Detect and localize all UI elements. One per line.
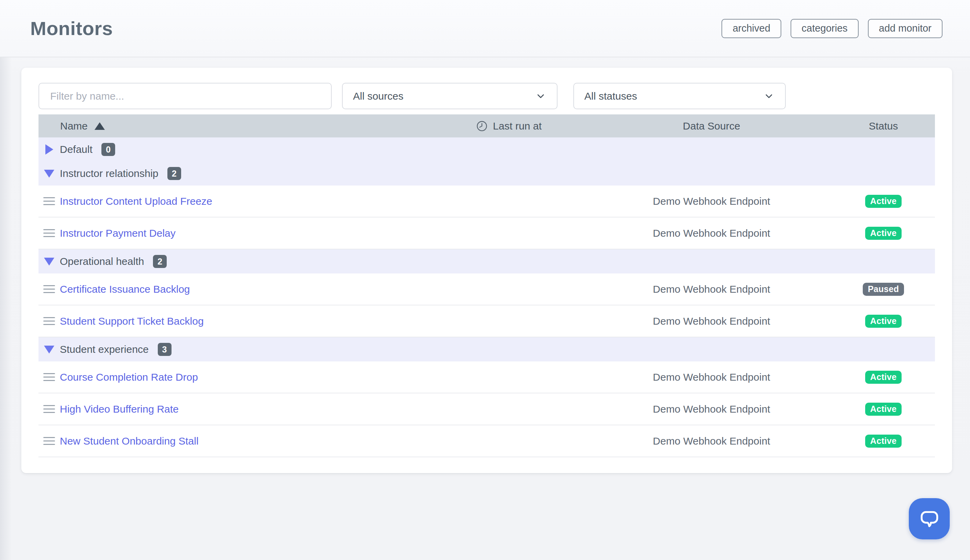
group-count-badge: 2 [167, 167, 181, 180]
column-header-name[interactable]: Name [38, 120, 426, 132]
status-badge: Active [865, 403, 902, 416]
source-filter-select[interactable]: All sources [342, 83, 558, 109]
group-name: Student experience [60, 343, 149, 355]
group-name-cell: Instructor relationship 2 [38, 167, 426, 180]
chevron-down-icon [535, 90, 546, 102]
monitor-name-link[interactable]: Course Completion Rate Drop [60, 372, 198, 383]
group-name: Operational health [60, 256, 144, 267]
monitor-data-source-cell: Demo Webhook Endpoint [591, 435, 832, 447]
monitor-status-cell: Active [832, 315, 935, 328]
status-filter-value: All statuses [584, 90, 637, 102]
caret-right-icon [45, 144, 53, 155]
monitor-status-cell: Active [832, 227, 935, 240]
drag-handle-icon[interactable] [43, 197, 55, 205]
monitor-data-source-cell: Demo Webhook Endpoint [591, 195, 832, 207]
column-label-name: Name [60, 120, 88, 132]
monitors-card: All sources All statuses Name Last [21, 68, 952, 473]
page-title: Monitors [30, 17, 113, 40]
monitor-row: Student Support Ticket Backlog Demo Webh… [38, 305, 935, 337]
status-badge: Active [865, 315, 902, 328]
categories-button[interactable]: categories [791, 19, 859, 38]
monitor-data-source-cell: Demo Webhook Endpoint [591, 315, 832, 327]
monitor-name-link[interactable]: New Student Onboarding Stall [60, 435, 199, 447]
monitor-name-cell: Instructor Content Upload Freeze [38, 195, 426, 207]
monitor-name-cell: Certificate Issuance Backlog [38, 283, 426, 295]
caret-down-icon [44, 170, 54, 178]
monitor-name-link[interactable]: Certificate Issuance Backlog [60, 283, 190, 295]
status-badge: Active [865, 227, 902, 240]
drag-handle-icon[interactable] [43, 285, 55, 293]
group-row[interactable]: Instructor relationship 2 [38, 162, 935, 185]
status-badge: Paused [863, 283, 904, 296]
add-monitor-button[interactable]: add monitor [868, 19, 943, 38]
archived-button[interactable]: archived [721, 19, 781, 38]
drag-handle-icon[interactable] [43, 437, 55, 445]
monitor-row: Instructor Content Upload Freeze Demo We… [38, 185, 935, 217]
column-header-status[interactable]: Status [832, 120, 935, 132]
chat-bubble-icon [918, 507, 941, 530]
status-filter-select[interactable]: All statuses [573, 83, 786, 109]
monitor-name-link[interactable]: Student Support Ticket Backlog [60, 315, 204, 327]
chevron-down-icon [763, 90, 775, 102]
group-name-cell: Operational health 2 [38, 255, 426, 268]
caret-down-icon [44, 346, 54, 353]
group-count-badge: 2 [153, 255, 167, 268]
monitor-data-source-cell: Demo Webhook Endpoint [591, 403, 832, 415]
status-badge: Active [865, 371, 902, 384]
group-row[interactable]: Student experience 3 [38, 337, 935, 362]
filters-bar: All sources All statuses [38, 83, 935, 109]
caret-down-icon [44, 258, 54, 265]
column-header-last-run[interactable]: Last run at [426, 120, 591, 132]
monitor-data-source-cell: Demo Webhook Endpoint [591, 372, 832, 383]
monitor-status-cell: Active [832, 435, 935, 448]
sort-ascending-icon [95, 122, 105, 130]
monitor-name-link[interactable]: Instructor Payment Delay [60, 227, 175, 239]
table-body: Default 0 Instructor relationship 2 Inst… [38, 137, 935, 457]
table-header-row: Name Last run at Data Source Status [38, 114, 935, 137]
filter-name-input[interactable] [38, 83, 332, 109]
monitor-name-link[interactable]: Instructor Content Upload Freeze [60, 195, 212, 207]
monitor-name-link[interactable]: High Video Buffering Rate [60, 403, 179, 415]
drag-handle-icon[interactable] [43, 373, 55, 381]
page-header: Monitors archived categories add monitor [0, 0, 970, 57]
clock-icon [476, 120, 488, 132]
monitor-name-cell: Course Completion Rate Drop [38, 372, 426, 383]
group-name-cell: Default 0 [38, 143, 426, 156]
monitor-name-cell: Instructor Payment Delay [38, 227, 426, 239]
group-row[interactable]: Default 0 [38, 137, 935, 162]
group-count-badge: 3 [158, 343, 172, 356]
drag-handle-icon[interactable] [43, 229, 55, 237]
source-filter-value: All sources [353, 90, 404, 102]
monitor-status-cell: Active [832, 371, 935, 384]
column-label-data-source: Data Source [683, 120, 740, 132]
column-header-data-source[interactable]: Data Source [591, 120, 832, 132]
group-row[interactable]: Operational health 2 [38, 250, 935, 273]
group-name-cell: Student experience 3 [38, 343, 426, 356]
column-label-last-run: Last run at [493, 120, 542, 132]
monitor-name-cell: Student Support Ticket Backlog [38, 315, 426, 327]
monitor-data-source-cell: Demo Webhook Endpoint [591, 227, 832, 239]
group-name: Instructor relationship [60, 168, 159, 179]
status-badge: Active [865, 435, 902, 448]
group-name: Default [60, 143, 92, 155]
monitor-row: New Student Onboarding Stall Demo Webhoo… [38, 425, 935, 457]
monitor-data-source-cell: Demo Webhook Endpoint [591, 283, 832, 295]
monitor-row: Instructor Payment Delay Demo Webhook En… [38, 217, 935, 250]
monitor-row: Certificate Issuance Backlog Demo Webhoo… [38, 273, 935, 305]
monitor-row: Course Completion Rate Drop Demo Webhook… [38, 362, 935, 393]
monitor-status-cell: Paused [832, 283, 935, 296]
column-label-status: Status [868, 120, 898, 132]
monitor-status-cell: Active [832, 403, 935, 416]
chat-launcher-button[interactable] [909, 498, 950, 539]
group-count-badge: 0 [102, 143, 115, 156]
monitor-name-cell: New Student Onboarding Stall [38, 435, 426, 447]
monitor-status-cell: Active [832, 195, 935, 208]
header-actions: archived categories add monitor [721, 19, 943, 38]
monitors-table: Name Last run at Data Source Status Defa… [38, 114, 935, 457]
drag-handle-icon[interactable] [43, 317, 55, 325]
drag-handle-icon[interactable] [43, 405, 55, 413]
monitor-name-cell: High Video Buffering Rate [38, 403, 426, 415]
monitor-row: High Video Buffering Rate Demo Webhook E… [38, 393, 935, 425]
status-badge: Active [865, 195, 902, 208]
